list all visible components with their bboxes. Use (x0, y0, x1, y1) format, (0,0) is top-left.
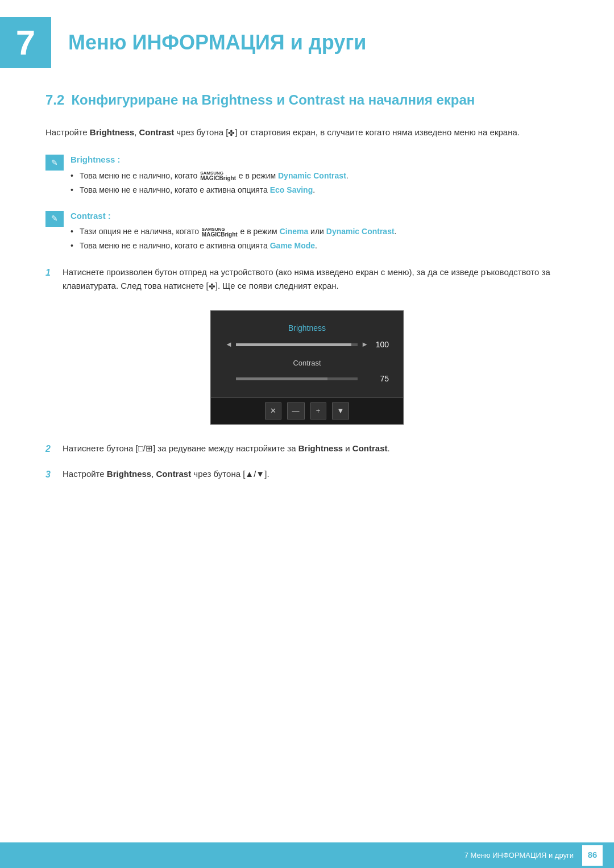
step-1-number: 1 (45, 266, 63, 280)
contrast-bar-row: ◄ ► 75 (225, 373, 389, 385)
brightness-fill (236, 343, 352, 346)
step-1-text: Натиснете произволен бутон отпред на уст… (63, 265, 569, 293)
contrast-value: 75 (372, 373, 389, 385)
brightness-value: 100 (372, 339, 389, 351)
brightness-note-content: Brightness : Това меню не е налично, ког… (70, 153, 569, 198)
samsung-magic-brand2: SAMSUNG MAGICBright (202, 227, 238, 238)
eco-saving-ref: Eco Saving (270, 185, 313, 194)
screen-inner: Brightness ◄ ► 100 Contrast ◄ ► (211, 311, 403, 398)
main-content: 7.2Конфигуриране на Brightness и Contras… (0, 91, 614, 538)
contrast-note-content: Contrast : Тази опция не е налична, кога… (70, 210, 569, 255)
list-item: Тази опция не е налична, когато SAMSUNG … (70, 226, 569, 238)
list-item: Това меню не е налично, когато е активна… (70, 240, 569, 252)
step-2-number: 2 (45, 442, 63, 456)
brightness-track (236, 343, 358, 346)
brightness-note: Brightness : Това меню не е налично, ког… (45, 153, 569, 198)
contrast-note-list: Тази опция не е налична, когато SAMSUNG … (70, 226, 569, 252)
step-2-text: Натиснете бутона [□/⊞] за редуване между… (63, 442, 569, 455)
screen-btn-x[interactable]: ✕ (265, 402, 281, 420)
brightness-note-label: Brightness : (70, 153, 569, 167)
screen-mockup: Brightness ◄ ► 100 Contrast ◄ ► (210, 310, 404, 425)
screen-mockup-container: Brightness ◄ ► 100 Contrast ◄ ► (45, 310, 569, 425)
game-mode-ref: Game Mode (270, 241, 315, 250)
step-3-text: Настройте Brightness, Contrast чрез буто… (63, 467, 569, 481)
contrast-fill (236, 377, 327, 380)
chapter-number-box: 7 (0, 17, 51, 68)
sun-icon: ✤ (228, 127, 235, 139)
chapter-title: Меню ИНФОРМАЦИЯ и други (68, 27, 366, 58)
page-header: 7 Меню ИНФОРМАЦИЯ и други (0, 0, 614, 80)
chapter-number: 7 (16, 25, 35, 60)
contrast-note: Contrast : Тази опция не е налична, кога… (45, 210, 569, 255)
screen-button-bar: ✕ — + ▼ (211, 397, 403, 424)
step-3-number: 3 (45, 468, 63, 481)
contrast-track (236, 377, 358, 380)
screen-btn-minus[interactable]: — (287, 402, 305, 420)
dynamic-contrast-ref2: Dynamic Contrast (326, 227, 395, 236)
screen-btn-plus[interactable]: + (310, 402, 326, 420)
right-arrow: ► (361, 339, 368, 350)
list-item: Това меню не е налично, когато е активна… (70, 184, 569, 196)
intro-paragraph: Настройте Brightness, Contrast чрез буто… (45, 126, 569, 139)
contrast-note-label: Contrast : (70, 210, 569, 223)
contrast-screen-label: Contrast (225, 358, 389, 369)
step-2: 2 Натиснете бутона [□/⊞] за редуване меж… (45, 442, 569, 456)
brightness-bar-row: ◄ ► 100 (225, 339, 389, 351)
footer-page-number: 86 (582, 845, 603, 866)
section-title: 7.2Конфигуриране на Brightness и Contras… (45, 91, 569, 109)
note-icon-contrast (45, 211, 64, 227)
screen-btn-down[interactable]: ▼ (332, 402, 350, 420)
list-item: Това меню не е налично, когато SAMSUNG M… (70, 170, 569, 182)
step-1: 1 Натиснете произволен бутон отпред на у… (45, 265, 569, 293)
cinema-ref: Cinema (280, 227, 309, 236)
step-3: 3 Настройте Brightness, Contrast чрез бу… (45, 467, 569, 481)
samsung-magic-brand: SAMSUNG MAGICBright (200, 171, 236, 181)
left-arrow: ◄ (225, 339, 233, 350)
brightness-screen-label: Brightness (225, 322, 389, 334)
note-icon-brightness (45, 155, 64, 171)
brightness-note-list: Това меню не е налично, когато SAMSUNG M… (70, 170, 569, 196)
section-heading: Конфигуриране на Brightness и Contrast н… (71, 92, 475, 107)
footer-chapter-text: 7 Меню ИНФОРМАЦИЯ и други (464, 850, 574, 861)
sun-icon2: ✤ (209, 280, 215, 293)
page-footer: 7 Меню ИНФОРМАЦИЯ и други 86 (0, 842, 614, 868)
section-number: 7.2 (45, 92, 64, 107)
dynamic-contrast-ref: Dynamic Contrast (278, 171, 346, 180)
